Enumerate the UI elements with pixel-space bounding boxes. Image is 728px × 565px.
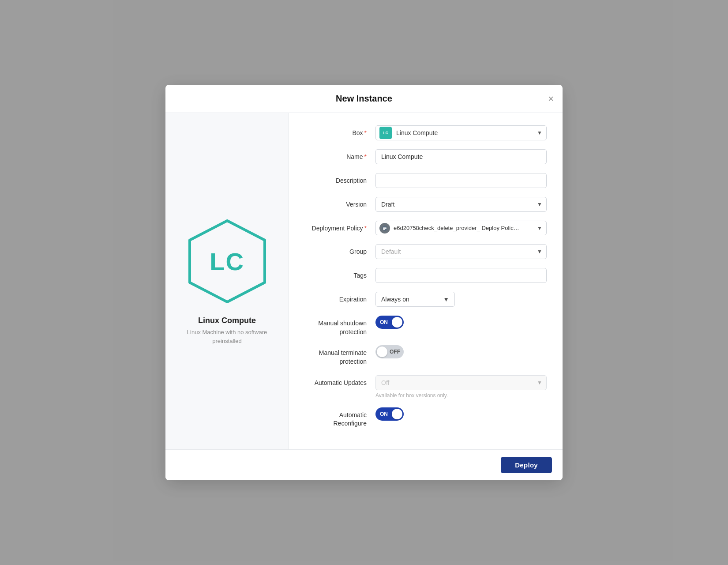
version-label: Version [305, 197, 375, 209]
automatic-updates-label: Automatic Updates [305, 375, 375, 388]
hexagon-initials: LC [210, 247, 244, 276]
box-name-label: Linux Compute [198, 316, 256, 325]
form-row-group: Group Default ▼ [305, 244, 547, 259]
expiration-label: Expiration [305, 292, 375, 304]
svg-rect-3 [383, 228, 387, 229]
automatic-reconfigure-label: Automatic Reconfigure [305, 407, 375, 428]
modal-body: LC Linux Compute Linux Machine with no s… [165, 113, 563, 449]
manual-terminate-thumb [377, 347, 387, 357]
automatic-updates-select: Off [375, 375, 547, 390]
manual-shutdown-control: ON [375, 316, 547, 329]
expiration-dropdown-arrow: ▼ [443, 296, 449, 303]
expiration-dropdown[interactable]: Always on ▼ [375, 292, 455, 307]
automatic-reconfigure-toggle-wrapper: ON [375, 407, 547, 421]
expiration-value: Always on [381, 296, 409, 303]
form-row-manual-terminate: Manual terminate protection OFF [305, 345, 547, 366]
svg-rect-4 [383, 229, 385, 230]
box-icon-hexagon: LC [183, 217, 271, 305]
deployment-policy-icon-badge [379, 223, 390, 234]
form-row-manual-shutdown: Manual shutdown protection ON [305, 316, 547, 336]
box-select-wrapper[interactable]: LC Linux Compute ▼ [375, 125, 547, 140]
version-control: Draft ▼ [375, 197, 547, 212]
automatic-reconfigure-toggle[interactable]: ON [375, 407, 404, 421]
manual-terminate-track[interactable]: OFF [375, 345, 404, 358]
tags-input[interactable] [375, 268, 547, 283]
manual-shutdown-thumb [392, 317, 402, 328]
box-description-label: Linux Machine with no software preinstal… [174, 328, 280, 345]
right-panel: Box* LC Linux Compute ▼ [289, 113, 563, 449]
form-row-expiration: Expiration Always on ▼ [305, 292, 547, 307]
version-select[interactable]: Draft [375, 197, 547, 212]
deployment-policy-select-wrapper: e6d20758check_delete_provider_ Deploy Po… [375, 221, 547, 235]
deployment-policy-select-display[interactable]: e6d20758check_delete_provider_ Deploy Po… [375, 221, 547, 235]
modal-header: New Instance × [165, 85, 563, 113]
automatic-reconfigure-toggle-label: ON [380, 411, 388, 417]
name-input[interactable] [375, 149, 547, 164]
form-row-deployment-policy: Deployment Policy* [305, 221, 547, 235]
manual-terminate-control: OFF [375, 345, 547, 358]
deployment-policy-label: Deployment Policy* [305, 221, 375, 233]
group-control: Default ▼ [375, 244, 547, 259]
description-input[interactable] [375, 173, 547, 188]
tags-label: Tags [305, 268, 375, 280]
modal-footer: Deploy [165, 449, 563, 480]
form-row-box: Box* LC Linux Compute ▼ [305, 125, 547, 140]
form-row-tags: Tags [305, 268, 547, 283]
name-control [375, 149, 547, 164]
automatic-updates-hint: Available for box versions only. [375, 392, 547, 399]
automatic-reconfigure-thumb [392, 409, 402, 419]
box-label: Box* [305, 125, 375, 138]
automatic-reconfigure-track[interactable]: ON [375, 407, 404, 421]
description-control [375, 173, 547, 188]
expiration-control: Always on ▼ [375, 292, 547, 307]
version-select-wrapper: Draft ▼ [375, 197, 547, 212]
manual-terminate-toggle-wrapper: OFF [375, 345, 547, 358]
close-button[interactable]: × [548, 94, 554, 104]
group-select[interactable]: Default [375, 244, 547, 259]
modal-title: New Instance [336, 94, 392, 104]
box-control: LC Linux Compute ▼ [375, 125, 547, 140]
automatic-updates-select-wrapper: Off ▼ [375, 375, 547, 390]
svg-rect-2 [383, 227, 387, 228]
new-instance-modal: New Instance × LC Linux Compute Linux Ma… [165, 85, 563, 480]
manual-terminate-toggle[interactable]: OFF [375, 345, 404, 358]
deployment-policy-control: e6d20758check_delete_provider_ Deploy Po… [375, 221, 547, 235]
manual-shutdown-label: Manual shutdown protection [305, 316, 375, 336]
form-row-name: Name* [305, 149, 547, 164]
deployment-policy-select[interactable]: e6d20758check_delete_provider_ Deploy Po… [390, 221, 546, 235]
left-panel: LC Linux Compute Linux Machine with no s… [165, 113, 289, 449]
manual-shutdown-track[interactable]: ON [375, 316, 404, 329]
manual-terminate-label: Manual terminate protection [305, 345, 375, 366]
automatic-reconfigure-control: ON [375, 407, 547, 421]
automatic-updates-control: Off ▼ Available for box versions only. [375, 375, 547, 399]
form-row-description: Description [305, 173, 547, 188]
tags-control [375, 268, 547, 283]
form-row-automatic-updates: Automatic Updates Off ▼ Available for bo… [305, 375, 547, 399]
description-label: Description [305, 173, 375, 185]
manual-shutdown-toggle-wrapper: ON [375, 316, 547, 329]
group-select-wrapper: Default ▼ [375, 244, 547, 259]
modal-overlay: New Instance × LC Linux Compute Linux Ma… [0, 0, 728, 565]
box-select[interactable]: Linux Compute [392, 126, 546, 140]
group-label: Group [305, 244, 375, 256]
box-icon-badge: LC [379, 127, 392, 139]
form-row-automatic-reconfigure: Automatic Reconfigure ON [305, 407, 547, 428]
hexagon-container: LC [183, 217, 271, 305]
manual-terminate-toggle-label: OFF [390, 349, 400, 355]
form-row-version: Version Draft ▼ [305, 197, 547, 212]
box-select-display[interactable]: LC Linux Compute ▼ [375, 125, 547, 140]
manual-shutdown-toggle-label: ON [380, 319, 388, 325]
name-label: Name* [305, 149, 375, 162]
deploy-button[interactable]: Deploy [501, 457, 552, 473]
manual-shutdown-toggle[interactable]: ON [375, 316, 404, 329]
